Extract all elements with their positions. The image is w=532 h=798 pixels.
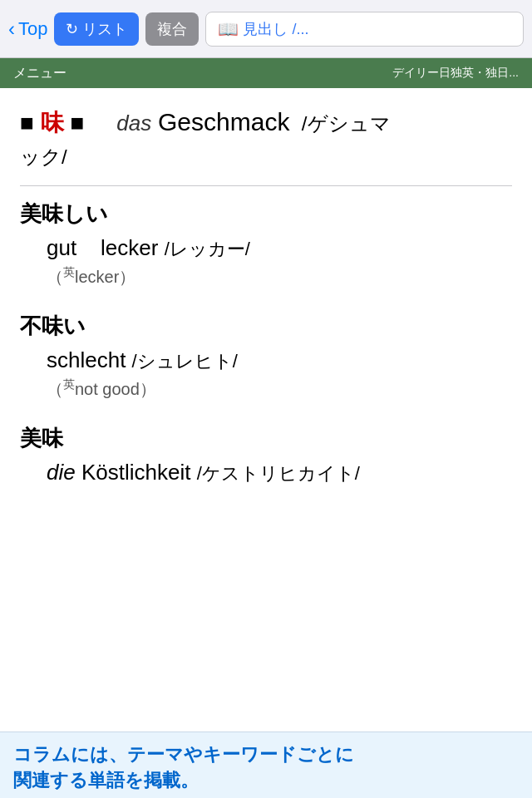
back-button[interactable]: ‹ Top	[8, 17, 47, 41]
square2: ■	[70, 110, 84, 135]
entry-das: das	[116, 111, 151, 135]
section-mazui-title: 不味い	[20, 312, 512, 341]
midashi-button[interactable]: 📖 見出し /...	[205, 12, 524, 47]
bottom-banner: コラムには、テーマやキーワードごとに 関連する単語を掲載。	[0, 732, 532, 798]
back-label: Top	[18, 18, 47, 40]
section-bimi: 美味 die Köstlichkeit /ケストリヒカイト/	[20, 424, 512, 486]
section-oishii: 美味しい gut lecker /レッカー/ （英lecker）	[20, 200, 512, 288]
chevron-left-icon: ‹	[8, 17, 15, 41]
section-oishii-title: 美味しい	[20, 200, 512, 229]
daily-label: デイリー日独英・独日...	[392, 66, 519, 81]
mazui-german: schlecht /シュレヒト/	[47, 347, 512, 374]
main-entry: ■ 味 ■ das Geschmack /ゲシュマック/	[20, 105, 512, 186]
entry-kanji: 味	[41, 110, 64, 135]
section-oishii-body: gut lecker /レッカー/ （英lecker）	[20, 235, 512, 288]
bimi-german: die Köstlichkeit /ケストリヒカイト/	[47, 460, 512, 486]
section-mazui-body: schlecht /シュレヒト/ （英not good）	[20, 347, 512, 401]
fukugo-button[interactable]: 複合	[145, 12, 199, 46]
navigation-bar: ‹ Top ↻ リスト 複合 📖 見出し /...	[0, 0, 532, 58]
recycle-icon: ↻	[66, 20, 78, 38]
book-icon: 📖	[218, 19, 239, 39]
section-bimi-title: 美味	[20, 424, 512, 453]
section-mazui: 不味い schlecht /シュレヒト/ （英not good）	[20, 312, 512, 401]
bottom-text: コラムには、テーマやキーワードごとに 関連する単語を掲載。	[13, 742, 519, 794]
oishii-german: gut lecker /レッカー/	[47, 235, 512, 262]
entry-german: Geschmack	[158, 108, 289, 135]
oishii-en-note: （英lecker）	[47, 265, 512, 288]
list-button[interactable]: ↻ リスト	[54, 12, 139, 46]
menu-label: メニュー	[13, 65, 66, 82]
green-banner: メニュー デイリー日独英・独日...	[0, 58, 532, 88]
content-area: ■ 味 ■ das Geschmack /ゲシュマック/ 美味しい gut le…	[0, 88, 532, 732]
square1: ■	[20, 110, 34, 135]
mazui-en-note: （英not good）	[47, 377, 512, 401]
section-bimi-body: die Köstlichkeit /ケストリヒカイト/	[20, 460, 512, 486]
